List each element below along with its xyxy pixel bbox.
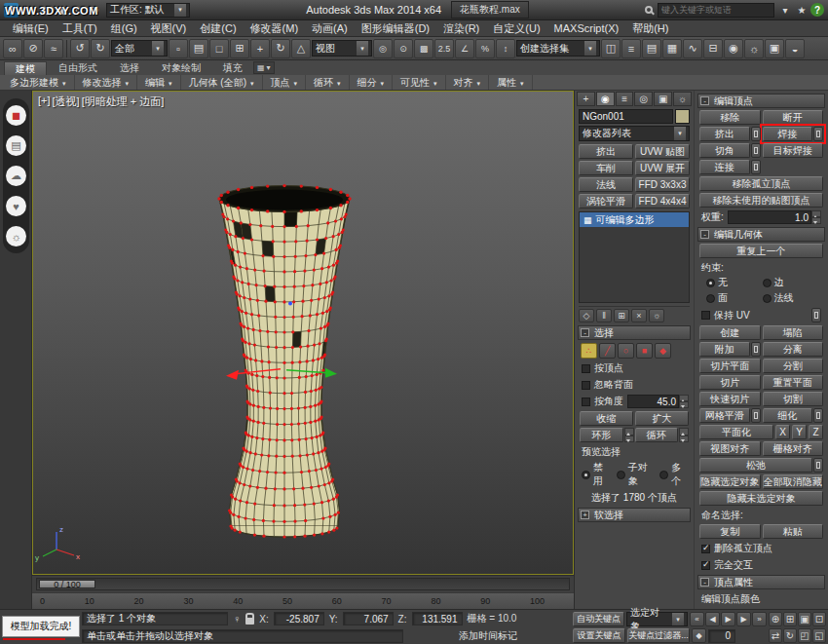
- full-interactivity-checkbox[interactable]: 完全交互: [701, 558, 821, 572]
- render-production-icon[interactable]: ◒: [785, 39, 805, 58]
- meshsmooth-button[interactable]: 网格平滑: [699, 408, 750, 423]
- meshsmooth-settings-button[interactable]: [751, 408, 761, 423]
- dock-favorite-icon[interactable]: ♥: [6, 196, 26, 216]
- constraint-normal-radio[interactable]: 法线: [763, 291, 817, 305]
- tab-motion[interactable]: ◎: [634, 92, 653, 106]
- select-object-icon[interactable]: ▫: [169, 39, 188, 58]
- select-and-rotate-icon[interactable]: ↻: [271, 39, 290, 58]
- layer-manager-icon[interactable]: ▤: [642, 39, 661, 58]
- unhide-all-button[interactable]: 全部取消隐藏: [763, 474, 824, 489]
- object-name-field[interactable]: NGon001: [579, 109, 673, 124]
- show-end-result-icon[interactable]: ‖: [596, 309, 612, 322]
- weight-spinner[interactable]: 1.0: [728, 210, 821, 224]
- snap-toggle-icon[interactable]: 2.5: [434, 39, 454, 58]
- use-pivot-center-icon[interactable]: ◎: [373, 39, 393, 58]
- weld-settings-button[interactable]: [813, 127, 823, 141]
- ribbon-toggle-icon[interactable]: ▦: [662, 39, 682, 58]
- remove-button[interactable]: 移除: [699, 110, 761, 125]
- key-mode-toggle[interactable]: ◆: [692, 628, 706, 643]
- menu-item-5[interactable]: 修改器(M): [244, 20, 306, 36]
- zoom-all-icon[interactable]: ⊞: [783, 612, 797, 626]
- slice-button[interactable]: 切片: [699, 375, 761, 390]
- select-by-name-icon[interactable]: ▤: [189, 39, 208, 58]
- menu-item-6[interactable]: 动画(A): [305, 20, 355, 36]
- add-time-tag[interactable]: 添加时间标记: [459, 629, 517, 643]
- menu-item-8[interactable]: 渲染(R): [436, 20, 486, 36]
- stack-item-editable-poly[interactable]: ▦可编辑多边形: [580, 212, 689, 227]
- ribbon-tab-1[interactable]: 自由形式: [48, 61, 108, 75]
- loop-button[interactable]: 循环: [635, 428, 679, 442]
- dock-document-icon[interactable]: ▤: [6, 135, 26, 156]
- play-button[interactable]: ▶: [721, 612, 735, 626]
- soft-selection-rollout-header[interactable]: 软选择: [578, 508, 691, 522]
- edge-subobject-button[interactable]: ╱: [599, 343, 616, 359]
- planar-z-button[interactable]: Z: [809, 425, 823, 439]
- preview-disable-radio[interactable]: 禁用: [582, 461, 609, 488]
- spinner-snap-icon[interactable]: ↕: [496, 39, 515, 58]
- cut-button[interactable]: 切割: [763, 392, 824, 406]
- target-weld-button[interactable]: 目标焊接: [763, 143, 824, 158]
- selection-rollout-header[interactable]: 选择: [578, 325, 691, 340]
- select-and-scale-icon[interactable]: △: [291, 39, 311, 58]
- pan-icon[interactable]: ⇄: [769, 628, 782, 643]
- track-bar[interactable]: 0102030405060708090100: [32, 592, 574, 609]
- dock-3d-icon[interactable]: ◼: [6, 105, 26, 126]
- quickslice-button[interactable]: 快速切片: [699, 392, 761, 406]
- ring-spinner[interactable]: [624, 428, 634, 442]
- material-editor-icon[interactable]: ◉: [724, 39, 743, 58]
- tab-modify[interactable]: ◉: [596, 92, 615, 106]
- time-slider-handle[interactable]: 0 / 100: [39, 580, 95, 588]
- selection-lock-icon[interactable]: [245, 618, 254, 625]
- rendered-frame-icon[interactable]: ▣: [765, 39, 784, 58]
- paste-button[interactable]: 粘贴: [763, 524, 824, 539]
- dock-settings-icon[interactable]: ☼: [6, 226, 26, 246]
- search-dropdown-icon[interactable]: ▾: [777, 3, 793, 18]
- create-button[interactable]: 创建: [699, 325, 761, 340]
- menu-item-1[interactable]: 工具(T): [56, 20, 104, 36]
- undo-icon[interactable]: ↺: [70, 39, 90, 58]
- orbit-icon[interactable]: ↻: [783, 628, 797, 643]
- menu-item-10[interactable]: MAXScript(X): [547, 20, 626, 36]
- modifier-preset-button-0[interactable]: 挤出: [579, 144, 633, 159]
- make-unique-icon[interactable]: ⊞: [614, 309, 629, 322]
- edit-geometry-rollout-header[interactable]: 编辑几何体: [697, 227, 825, 242]
- key-filters-button[interactable]: 关键点过滤器...: [627, 628, 690, 643]
- y-coordinate-field[interactable]: 7.067: [343, 612, 394, 625]
- render-setup-icon[interactable]: ☼: [744, 39, 764, 58]
- border-subobject-button[interactable]: ○: [618, 343, 634, 359]
- zoom-extents-icon[interactable]: ▣: [798, 612, 811, 626]
- tab-utilities[interactable]: ☼: [673, 92, 692, 106]
- favorites-star-icon[interactable]: ★: [794, 3, 809, 18]
- schematic-view-icon[interactable]: ⊟: [703, 39, 723, 58]
- time-slider-track[interactable]: 0 / 100: [36, 578, 570, 590]
- zoom-region-icon[interactable]: ⊡: [812, 612, 826, 626]
- rectangular-region-icon[interactable]: □: [209, 39, 229, 58]
- ignore-backfacing-checkbox[interactable]: 忽略背面: [582, 378, 687, 392]
- menu-item-7[interactable]: 图形编辑器(D): [355, 20, 436, 36]
- viewport-shading-menu[interactable]: [明暗处理 + 边面]: [82, 95, 165, 109]
- modifier-preset-button-2[interactable]: 车削: [579, 161, 633, 175]
- ribbon-panel-7[interactable]: 可见性: [393, 75, 446, 90]
- maximize-viewport-icon[interactable]: ◰: [798, 628, 811, 643]
- window-crossing-icon[interactable]: ⊞: [230, 39, 249, 58]
- ribbon-tab-4[interactable]: 填充: [212, 61, 253, 75]
- ribbon-panel-9[interactable]: 属性: [489, 75, 533, 90]
- isolate-selection-toggle[interactable]: ♀: [233, 613, 241, 625]
- select-and-link-icon[interactable]: ∞: [3, 39, 22, 58]
- repeat-last-button[interactable]: 重复上一个: [699, 244, 823, 258]
- time-slider[interactable]: 0 / 100: [32, 575, 574, 592]
- ribbon-panel-8[interactable]: 对齐: [446, 75, 490, 90]
- mirror-icon[interactable]: ◫: [601, 39, 621, 58]
- reset-plane-button[interactable]: 重置平面: [763, 375, 824, 390]
- detach-button[interactable]: 分离: [763, 342, 824, 357]
- shrink-button[interactable]: 收缩: [580, 411, 633, 426]
- curve-editor-icon[interactable]: ∿: [683, 39, 702, 58]
- menu-item-2[interactable]: 组(G): [104, 20, 144, 36]
- planar-x-button[interactable]: X: [775, 425, 790, 439]
- ribbon-config-icon[interactable]: ▦: [257, 63, 265, 72]
- ribbon-panel-6[interactable]: 细分: [350, 75, 394, 90]
- connect-settings-button[interactable]: [751, 160, 761, 174]
- reference-coordinate-dropdown[interactable]: 视图: [312, 40, 372, 57]
- named-selection-sets-dropdown[interactable]: 创建选择集: [516, 40, 600, 57]
- previous-frame-button[interactable]: ◀: [705, 612, 720, 626]
